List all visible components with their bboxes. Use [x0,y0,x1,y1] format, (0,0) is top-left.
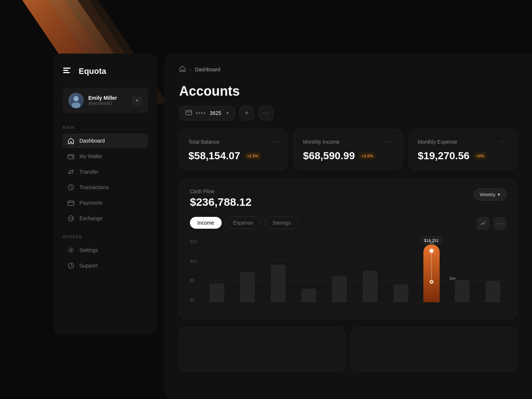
breadcrumb-dashboard: Dashboard [195,66,221,72]
sidebar-item-transactions-label: Transactions [79,184,109,190]
svg-rect-16 [186,110,192,115]
bar-group-4 [295,239,323,302]
bar-group-highlighted: $16.251 Jul Jun [417,239,445,302]
svg-rect-13 [68,201,74,205]
y-label-5: $5 [190,278,202,283]
more-options-button[interactable]: ··· [259,106,273,120]
chart-container: $15 $10 $5 $0 [190,239,507,310]
y-label-0: $0 [190,298,202,302]
card-chevron-icon: ▾ [226,110,229,116]
svg-point-8 [74,96,79,101]
sidebar-item-support[interactable]: Support [62,258,148,273]
bar-2 [240,272,255,302]
chart-actions: ··· [476,217,507,230]
monthly-income-label: Monthly Income [303,139,340,145]
bar-dot-bottom [430,280,433,284]
monthly-expense-badge: +8% [473,152,487,160]
transfer-icon [68,168,74,175]
bar-10 [485,281,500,302]
user-handle: @emilimil52 [88,101,127,106]
bars-container: $16.251 Jul Jun [203,239,507,302]
sidebar-item-settings[interactable]: Settings [62,243,148,258]
bar-group-6 [357,239,384,302]
logo-icon [62,65,74,77]
total-balance-badge: +2.5% [244,152,262,160]
payments-icon [68,200,74,206]
user-card[interactable]: Emily Miller @emilimil52 ▾ [62,88,148,113]
sidebar-item-dashboard[interactable]: Dashboard [62,133,148,148]
chart-type-button[interactable] [476,217,490,230]
card-selector[interactable]: •••• 3625 ▾ [179,106,235,120]
total-balance-value: $58,154.07 [188,150,240,162]
home-icon[interactable] [179,65,186,73]
monthly-expense-label: Monthly Expense [418,139,457,145]
filter-income[interactable]: Income [190,217,222,229]
highlighted-bar [423,245,440,302]
user-name: Emily Miller [88,95,127,101]
monthly-expense-card: Monthly Expense ··· $19,270.56 +8% [409,129,517,170]
svg-point-9 [72,102,81,108]
bottom-card-2 [351,327,518,371]
monthly-income-badge: +2.5% [358,152,376,160]
cashflow-card: Cash Flow $236,788.12 Weekly ▾ Income Ex… [179,179,517,320]
bar-3 [271,265,286,302]
sidebar-item-transfer-label: Transfer [79,169,99,175]
bar-group-9 [448,239,476,302]
app-name: Equota [79,66,106,76]
sidebar-item-exchange[interactable]: Exchange [62,211,148,226]
filter-savings[interactable]: Savings [265,216,299,229]
sidebar-item-transactions[interactable]: Transactions [62,180,148,195]
monthly-income-value: $68,590.99 [303,150,355,162]
svg-rect-6 [63,70,68,71]
cashflow-value: $236,788.12 [190,196,252,208]
bar-1 [209,283,224,302]
bar-group-7 [387,239,415,302]
sidebar-item-transfer[interactable]: Transfer [62,164,148,179]
user-info: Emily Miller @emilimil52 [88,95,127,106]
support-icon [68,262,74,269]
sidebar: Equota Emily Miller @emilimil52 ▾ MAIN [54,54,157,334]
y-axis: $15 $10 $5 $0 [190,239,202,302]
main-nav: Dashboard My Wallet Transfer [62,133,148,226]
accounts-title: Accounts [179,83,517,99]
bar-jun-label: Jun [449,276,456,280]
add-account-button[interactable]: + [239,106,254,120]
svg-point-15 [70,249,72,251]
period-selector[interactable]: Weekly ▾ [474,188,507,201]
breadcrumb-separator: › [190,66,191,72]
bottom-row [179,327,517,371]
logo-area: Equota [62,65,148,77]
chart-more-icon: ··· [496,220,503,227]
user-dropdown-button[interactable]: ▾ [132,95,142,106]
more-icon: ··· [262,110,269,116]
monthly-income-more[interactable]: ··· [386,138,393,146]
stats-row: Total Balance ··· $58,154.07 +2.5% Month… [179,129,517,170]
monthly-expense-more[interactable]: ··· [500,138,508,146]
period-label: Weekly [480,192,495,197]
bar-6 [363,271,378,302]
bar-dot-top [430,249,433,253]
bar-9 [455,280,470,302]
plus-icon: + [245,109,249,117]
svg-rect-10 [68,154,74,159]
bar-connector-line [431,253,432,282]
sidebar-item-payments[interactable]: Payments [62,195,148,210]
sidebar-item-my-wallet[interactable]: My Wallet [62,149,148,164]
others-section-label: OTHERS [62,235,148,239]
filter-expense[interactable]: Expense [225,216,261,229]
cashflow-label: Cash Flow [190,188,252,194]
bar-group-1 [203,239,231,302]
avatar [68,93,84,108]
svg-rect-11 [72,157,73,157]
bottom-card-1 [179,327,345,371]
settings-icon [68,247,74,253]
card-dots: •••• [196,110,206,116]
y-label-10: $10 [190,259,202,263]
sidebar-item-exchange-label: Exchange [79,215,102,221]
total-balance-more[interactable]: ··· [271,138,279,146]
home-icon [68,137,74,144]
card-icon [185,110,192,116]
others-nav: Settings Support [62,243,148,273]
chart-more-button[interactable]: ··· [493,217,507,230]
y-label-15: $15 [190,239,202,244]
